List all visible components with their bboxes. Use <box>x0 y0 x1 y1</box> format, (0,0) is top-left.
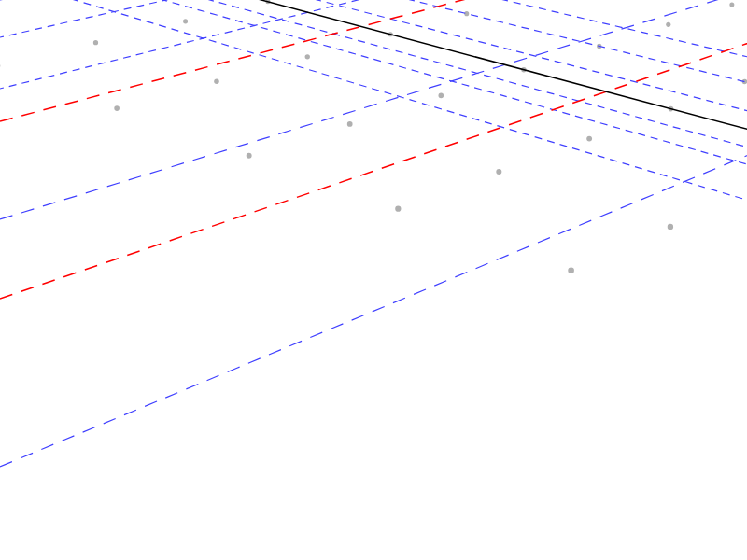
grid-line-left-vp <box>0 0 747 560</box>
grid-dot <box>496 169 501 175</box>
axis-line-black <box>0 0 747 560</box>
grid-dot <box>568 268 574 274</box>
grid-dot <box>666 22 670 27</box>
grid-dot <box>247 153 252 159</box>
axis-line-red <box>0 0 747 560</box>
grid-line-right-vp <box>0 0 747 560</box>
grid-dot <box>729 3 734 7</box>
grid-dot <box>305 54 310 59</box>
grid-line-left-vp <box>0 0 747 560</box>
grid-line-left-vp <box>0 0 747 560</box>
grid-line-right-vp <box>0 0 747 560</box>
grid-dot <box>93 40 98 45</box>
grid-dot <box>347 121 353 127</box>
grid-line-right-vp <box>0 0 747 560</box>
axis-line-red <box>0 0 747 560</box>
perspective-grid-canvas[interactable] <box>0 0 747 560</box>
grid-dot <box>668 224 673 230</box>
grid-line-left-vp <box>0 0 747 560</box>
grid-line-left-vp <box>0 0 747 560</box>
grid-dot <box>395 206 401 212</box>
grid-line-right-vp <box>0 0 747 560</box>
grid-dot <box>183 19 188 23</box>
grid-dot <box>114 105 120 111</box>
grid-dot <box>439 93 444 99</box>
grid-line-right-vp <box>0 0 747 560</box>
grid-dot <box>586 136 592 142</box>
grid-dot <box>214 78 219 84</box>
grid-line-left-vp <box>0 0 747 560</box>
